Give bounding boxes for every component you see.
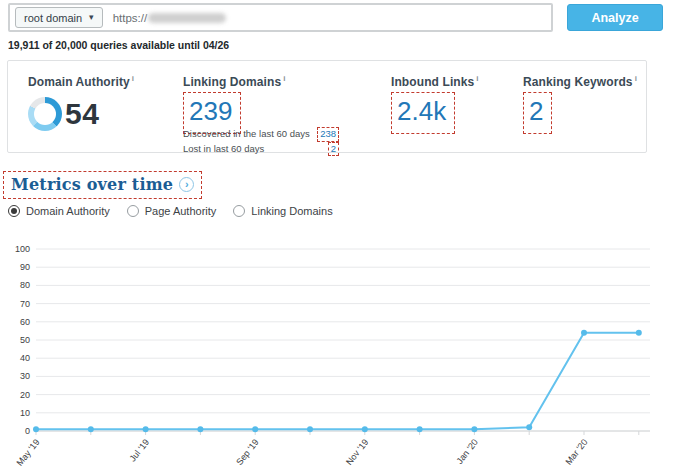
metric-label: Linking Domainsi — [183, 74, 339, 89]
section-title-text: Metrics over time — [11, 175, 173, 194]
info-icon[interactable]: i — [476, 74, 478, 83]
metric-label: Inbound Linksi — [391, 74, 479, 89]
svg-text:100: 100 — [15, 244, 30, 254]
radio-label: Page Authority — [145, 205, 217, 217]
svg-text:Nov '19: Nov '19 — [344, 437, 370, 467]
lost-row: Lost in last 60 days 2 — [183, 142, 339, 157]
scope-dropdown-value: root domain — [24, 12, 82, 24]
radio-label: Linking Domains — [251, 205, 332, 217]
discovered-value[interactable]: 238 — [317, 127, 339, 142]
lost-value[interactable]: 2 — [328, 142, 339, 157]
metric-inbound-links: Inbound Linksi 2.4k — [391, 74, 479, 134]
svg-text:10: 10 — [20, 408, 30, 418]
radio-domain-authority[interactable]: Domain Authority — [8, 205, 110, 217]
svg-text:0: 0 — [25, 426, 30, 436]
metric-domain-authority: Domain Authorityi 54 — [28, 74, 134, 131]
linking-domains-details: Discovered in the last 60 days 238 Lost … — [183, 127, 339, 156]
svg-text:80: 80 — [20, 280, 30, 290]
radio-linking-domains[interactable]: Linking Domains — [233, 205, 332, 217]
svg-text:30: 30 — [20, 371, 30, 381]
domain-authority-gauge — [28, 97, 62, 131]
lost-label: Lost in last 60 days — [183, 143, 264, 156]
radio-circle-icon[interactable] — [127, 205, 139, 217]
radio-page-authority[interactable]: Page Authority — [127, 205, 217, 217]
metrics-chart[interactable]: 0102030405060708090100May '19Jul '19Sep … — [0, 228, 680, 473]
discovered-row: Discovered in the last 60 days 238 — [183, 127, 339, 142]
radio-circle-icon[interactable] — [233, 205, 245, 217]
chevron-circle-icon[interactable]: › — [179, 177, 194, 192]
domain-authority-value: 54 — [65, 97, 99, 131]
quota-text: 19,911 of 20,000 queries available until… — [8, 39, 229, 51]
svg-text:90: 90 — [20, 262, 30, 272]
link-explorer-page: root domain ▾ https:// Analyze 19,911 of… — [0, 0, 680, 473]
svg-text:Sep '19: Sep '19 — [234, 437, 261, 467]
svg-text:Mar '20: Mar '20 — [563, 437, 589, 467]
radio-circle-icon[interactable] — [8, 205, 20, 217]
svg-text:20: 20 — [20, 390, 30, 400]
metric-ranking-keywords: Ranking Keywordsi 2 — [523, 74, 637, 134]
line-chart-svg[interactable]: 0102030405060708090100May '19Jul '19Sep … — [0, 228, 680, 473]
svg-text:May '19: May '19 — [14, 437, 41, 468]
svg-text:Jul '19: Jul '19 — [127, 437, 151, 463]
info-icon[interactable]: i — [132, 74, 134, 83]
metric-label: Domain Authorityi — [28, 74, 134, 89]
metrics-card: Domain Authorityi 54 Linking Domainsi 23… — [7, 60, 647, 153]
ranking-keywords-value[interactable]: 2 — [523, 92, 552, 134]
svg-text:60: 60 — [20, 317, 30, 327]
discovered-label: Discovered in the last 60 days — [183, 128, 310, 141]
inbound-links-value[interactable]: 2.4k — [391, 92, 455, 134]
metric-radio-group: Domain AuthorityPage AuthorityLinking Do… — [8, 205, 333, 217]
svg-text:40: 40 — [20, 353, 30, 363]
info-icon[interactable]: i — [283, 74, 285, 83]
metric-label: Ranking Keywordsi — [523, 74, 637, 89]
analyze-button[interactable]: Analyze — [567, 4, 663, 31]
radio-label: Domain Authority — [26, 205, 110, 217]
url-redacted-blur — [148, 13, 226, 23]
svg-text:Jan '20: Jan '20 — [454, 437, 480, 466]
svg-text:50: 50 — [20, 335, 30, 345]
scope-dropdown[interactable]: root domain ▾ — [15, 7, 103, 28]
info-icon[interactable]: i — [635, 74, 637, 83]
metric-linking-domains: Linking Domainsi 239 Discovered in the l… — [183, 74, 339, 156]
svg-text:70: 70 — [20, 299, 30, 309]
url-input-text[interactable]: https:// — [113, 12, 148, 24]
metrics-over-time-heading[interactable]: Metrics over time › — [3, 171, 202, 199]
dropdown-arrow-icon: ▾ — [89, 13, 94, 22]
search-box[interactable]: root domain ▾ https:// — [8, 3, 553, 32]
